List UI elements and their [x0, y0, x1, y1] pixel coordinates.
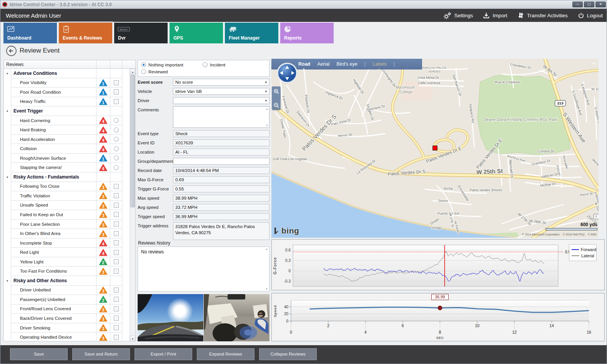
map-view-aerial[interactable]: Aerial: [317, 61, 329, 67]
minimize-button[interactable]: ─: [572, 2, 583, 7]
review-item-label: Unsafe Speed: [11, 201, 96, 210]
collapse-arrow-icon[interactable]: ▼: [4, 276, 11, 286]
review-item-checkbox[interactable]: [114, 250, 119, 255]
collapse-arrow-icon[interactable]: ▼: [4, 172, 11, 182]
group-department-input[interactable]: [173, 158, 269, 165]
street-label: VERDES: [428, 70, 441, 73]
review-item-checkbox[interactable]: [114, 222, 119, 227]
comments-textarea[interactable]: ▲▼: [173, 106, 269, 128]
review-item-checkbox[interactable]: [114, 203, 119, 208]
settings-button[interactable]: Settings: [443, 12, 473, 19]
tab-dashboard[interactable]: Dashboard: [3, 23, 57, 43]
review-item-checkbox[interactable]: [114, 193, 119, 198]
cabin-camera-thumbnail[interactable]: [204, 294, 269, 341]
status-option-reviewed[interactable]: Reviewed: [141, 69, 168, 74]
review-item-radio[interactable]: [114, 165, 119, 170]
scroll-up-icon[interactable]: ▲: [130, 69, 135, 74]
review-category-row[interactable]: ▼Risky and Other Actions: [4, 276, 130, 286]
trigger-speed-marker: [438, 306, 442, 310]
tab-dvr[interactable]: MERGE Dvr: [114, 23, 168, 43]
map-compass-control[interactable]: [277, 63, 298, 83]
review-item-radio[interactable]: [114, 127, 119, 132]
svg-text:4: 4: [102, 166, 105, 170]
logout-button[interactable]: Logout: [578, 12, 603, 19]
scroll-down-icon[interactable]: ▼: [130, 336, 135, 341]
review-item-radio[interactable]: [114, 156, 119, 160]
max-g-force-value: 0.69: [173, 176, 269, 183]
status-option-nothing-important[interactable]: Nothing important: [141, 62, 183, 67]
scroll-up-icon[interactable]: ▲: [265, 248, 268, 250]
title-bar[interactable]: Idrive Control Center - 3.0.2 version - …: [0, 0, 607, 9]
collapse-arrow-icon[interactable]: ▼: [4, 106, 11, 116]
review-category-row[interactable]: ▼Adverse Conditions: [4, 69, 130, 78]
review-category-row[interactable]: ▼Event Trigger: [4, 106, 130, 116]
transfer-activities-button[interactable]: Transfer Activities: [517, 12, 568, 19]
svg-text:0: 0: [286, 319, 288, 323]
severity-3-triangle-icon: 3: [99, 220, 107, 228]
event-id-label: Event ID: [138, 139, 173, 149]
map-canvas[interactable]: Palos Verdes Dr SPalos Verdes Dr SW 25th…: [271, 59, 599, 238]
status-option-incident[interactable]: Incident: [203, 62, 225, 67]
review-item-label: Red Light: [11, 248, 96, 257]
tab-fleet-manager[interactable]: Fleet Manager: [225, 23, 278, 43]
street-label: Dicha: [444, 187, 452, 190]
zoom-out-icon[interactable]: [273, 102, 279, 108]
dashboard-icon: [7, 25, 15, 33]
import-button[interactable]: Import: [483, 12, 507, 19]
zoom-in-icon[interactable]: [273, 88, 279, 94]
back-button[interactable]: [6, 45, 17, 56]
review-item-radio[interactable]: [114, 118, 119, 123]
review-item-checkbox[interactable]: [114, 306, 119, 311]
scroll-up-icon[interactable]: ▲: [266, 108, 268, 110]
scrollbar-thumb[interactable]: [130, 75, 135, 207]
save-and-return-button[interactable]: Save and Return: [72, 348, 130, 360]
review-item-radio[interactable]: [114, 146, 119, 151]
review-item-checkbox[interactable]: [114, 297, 119, 302]
radio-icon[interactable]: [203, 62, 208, 67]
review-item-checkbox[interactable]: [114, 99, 119, 104]
export-print-button[interactable]: Export / Print: [135, 348, 192, 360]
driver-select[interactable]: ▼: [173, 97, 269, 104]
map-view-road[interactable]: Road: [298, 61, 310, 67]
review-item-row: Rough/Uneven Surface1: [4, 154, 130, 163]
map-view-birdseye[interactable]: Bird's eye: [336, 61, 358, 67]
tab-events-reviews[interactable]: Events & Reviews: [59, 23, 112, 43]
scroll-down-icon[interactable]: ▼: [265, 288, 268, 290]
review-item-radio[interactable]: [114, 137, 119, 142]
street-label: Palos Verdes Shores: [470, 188, 502, 192]
collapse-arrow-icon[interactable]: ▼: [4, 69, 11, 78]
review-item-checkbox[interactable]: [114, 184, 119, 189]
review-category-row[interactable]: ▼Risky Actions - Fundamentals: [4, 172, 130, 182]
review-item-checkbox[interactable]: [114, 212, 119, 217]
maximize-button[interactable]: ▢: [584, 2, 594, 7]
review-item-checkbox[interactable]: [114, 259, 119, 264]
collapse-reviews-button[interactable]: Collapse Reviews: [259, 348, 317, 360]
trigger-address-value: 31828 Palos Verdes Dr E, Rancho Palos Ve…: [173, 222, 269, 240]
tab-reports[interactable]: Reports: [280, 23, 334, 43]
radio-icon[interactable]: [141, 69, 146, 74]
review-item-checkbox[interactable]: [114, 89, 119, 94]
event-id-value: X017639: [173, 139, 269, 146]
save-button[interactable]: Save: [10, 348, 68, 360]
reviews-scrollbar[interactable]: ▲ ▼: [130, 69, 135, 341]
review-item-checkbox[interactable]: [114, 288, 119, 293]
event-score-select[interactable]: No score▼: [173, 79, 269, 86]
review-item-checkbox[interactable]: [114, 269, 119, 274]
expand-reviews-button[interactable]: Expand Reviews: [197, 348, 254, 360]
review-item-checkbox[interactable]: [114, 240, 119, 245]
review-item-checkbox[interactable]: [114, 335, 119, 340]
scroll-down-icon[interactable]: ▼: [266, 124, 268, 127]
map-toolbar-collapse-icon[interactable]: <<: [591, 61, 595, 66]
review-item-checkbox[interactable]: [114, 325, 119, 330]
forward-camera-thumbnail[interactable]: [138, 294, 203, 341]
map-view-labels[interactable]: Labels: [373, 61, 387, 67]
svg-text:3: 3: [102, 289, 105, 293]
review-item-checkbox[interactable]: [114, 316, 119, 321]
svg-text:SEC: SEC: [436, 336, 444, 340]
close-button[interactable]: ✕: [595, 2, 606, 7]
tab-gps[interactable]: GPS: [170, 23, 223, 43]
review-item-checkbox[interactable]: [114, 80, 119, 85]
review-item-checkbox[interactable]: [114, 231, 119, 236]
radio-icon[interactable]: [141, 62, 146, 67]
vehicle-select[interactable]: idrive Van SB▼: [173, 88, 269, 95]
